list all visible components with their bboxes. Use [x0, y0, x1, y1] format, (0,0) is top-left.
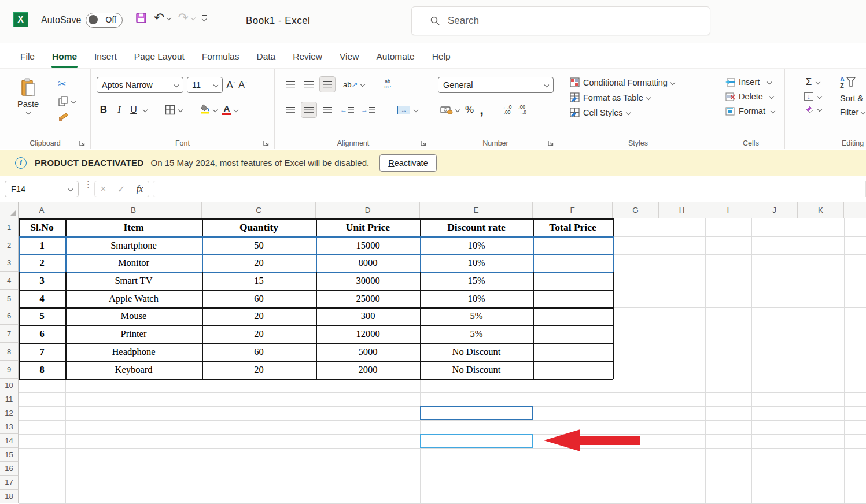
row-header-12[interactable]: 12 [0, 406, 19, 420]
sort-filter-button[interactable]: AZ [840, 76, 856, 89]
autosum-button[interactable]: Σ [804, 76, 821, 88]
wrap-text-button[interactable]: abc↩ [384, 79, 390, 90]
table-cell-A6[interactable]: 5 [19, 307, 65, 325]
align-right-button[interactable] [320, 102, 335, 117]
merge-center-button[interactable]: ↔ [397, 106, 418, 114]
table-cell-D7[interactable]: 12000 [316, 325, 420, 343]
table-cell-B7[interactable]: Printer [65, 325, 202, 343]
row-header-14[interactable]: 14 [0, 434, 19, 448]
row-header-6[interactable]: 6 [0, 307, 19, 325]
bold-button[interactable]: B [98, 104, 109, 116]
row-header-3[interactable]: 3 [0, 254, 19, 272]
tab-page-layout[interactable]: Page Layout [126, 47, 193, 66]
font-color-dropdown-icon[interactable] [234, 108, 238, 112]
redo-button[interactable]: ↷ [178, 12, 194, 24]
orientation-dropdown-icon[interactable] [360, 82, 365, 87]
row-header-10[interactable]: 10 [0, 379, 19, 392]
cell-styles-button[interactable]: Cell Styles [570, 108, 675, 117]
tab-data[interactable]: Data [248, 47, 284, 66]
clear-dropdown-icon[interactable] [817, 107, 822, 112]
accounting-format-button[interactable] [440, 106, 459, 114]
decrease-decimal-button[interactable]: .00→.0 [517, 105, 526, 115]
column-header-F[interactable]: F [533, 202, 613, 218]
customize-quick-access-toolbar-button[interactable] [202, 15, 207, 21]
table-cell-E4[interactable]: 15% [420, 272, 533, 290]
table-cell-F8[interactable] [533, 343, 613, 361]
table-cell-B3[interactable]: Monitor [65, 254, 202, 272]
fill-color-dropdown-icon[interactable] [213, 108, 218, 112]
increase-indent-button[interactable]: → [359, 102, 377, 117]
row-header-4[interactable]: 4 [0, 272, 19, 290]
alignment-dialog-launcher-icon[interactable] [421, 140, 427, 147]
table-cell-B4[interactable]: Smart TV [65, 272, 202, 290]
increase-font-size-button[interactable]: Aˆ [226, 79, 235, 91]
tab-formulas[interactable]: Formulas [193, 47, 248, 66]
italic-button[interactable]: I [115, 104, 124, 116]
name-box-dropdown-icon[interactable] [68, 187, 73, 191]
table-cell-C1[interactable]: Quantity [202, 218, 316, 236]
table-cell-F6[interactable] [533, 307, 613, 325]
clipboard-dialog-launcher-icon[interactable] [79, 140, 86, 147]
delete-cells-button[interactable]: Delete [725, 92, 775, 101]
copy-button[interactable] [58, 96, 75, 106]
row-header-2[interactable]: 2 [0, 236, 19, 254]
autosave-toggle[interactable]: Off [86, 13, 123, 28]
table-cell-A9[interactable]: 8 [19, 361, 65, 379]
middle-align-button[interactable] [301, 77, 316, 92]
table-cell-D1[interactable]: Unit Price [316, 218, 420, 236]
table-cell-A4[interactable]: 3 [19, 272, 65, 290]
font-dialog-launcher-icon[interactable] [263, 140, 270, 147]
column-header-G[interactable]: G [613, 202, 659, 218]
table-cell-D5[interactable]: 25000 [316, 290, 420, 307]
format-painter-button[interactable] [58, 112, 69, 121]
row-header-13[interactable]: 13 [0, 420, 19, 434]
row-header-1[interactable]: 1 [0, 218, 19, 236]
table-cell-C3[interactable]: 20 [202, 254, 316, 272]
table-cell-C8[interactable]: 60 [202, 343, 316, 361]
column-header-C[interactable]: C [202, 202, 316, 218]
column-header-partial[interactable] [844, 202, 866, 218]
table-cell-A1[interactable]: Sl.No [19, 218, 65, 236]
format-cells-button[interactable]: Format [725, 106, 775, 116]
table-cell-A7[interactable]: 6 [19, 325, 65, 343]
table-cell-C9[interactable]: 20 [202, 361, 316, 379]
format-as-table-button[interactable]: Format as Table [570, 92, 675, 102]
row-header-5[interactable]: 5 [0, 290, 19, 307]
autosum-dropdown-icon[interactable] [816, 80, 820, 84]
row-header-15[interactable]: 15 [0, 448, 19, 462]
font-size-combo[interactable]: 11 [187, 77, 223, 93]
table-cell-E6[interactable]: 5% [420, 307, 533, 325]
table-cell-B2[interactable]: Smartphone [65, 236, 202, 254]
table-cell-C6[interactable]: 20 [202, 307, 316, 325]
table-cell-C7[interactable]: 20 [202, 325, 316, 343]
table-cell-B1[interactable]: Item [65, 218, 202, 236]
column-header-D[interactable]: D [316, 202, 420, 218]
percent-style-button[interactable]: % [465, 104, 474, 116]
undo-dropdown-icon[interactable] [167, 16, 171, 20]
select-all-corner[interactable] [0, 202, 19, 218]
align-left-button[interactable] [283, 102, 298, 117]
table-cell-A2[interactable]: 1 [19, 236, 65, 254]
orientation-button[interactable]: ab↗ [343, 80, 364, 89]
row-header-11[interactable]: 11 [0, 392, 19, 406]
column-header-I[interactable]: I [705, 202, 751, 218]
table-cell-D2[interactable]: 15000 [316, 236, 420, 254]
table-cell-D9[interactable]: 2000 [316, 361, 420, 379]
tab-review[interactable]: Review [284, 47, 331, 66]
table-cell-B8[interactable]: Headphone [65, 343, 202, 361]
table-cell-C4[interactable]: 15 [202, 272, 316, 290]
outlined-cell-E14[interactable] [420, 434, 533, 448]
save-button[interactable] [135, 12, 147, 24]
table-cell-D8[interactable]: 5000 [316, 343, 420, 361]
font-color-button[interactable]: A [222, 105, 238, 115]
font-name-combo[interactable]: Aptos Narrow [97, 77, 183, 93]
number-format-combo[interactable]: General [438, 77, 554, 93]
outlined-cell-E12[interactable] [420, 406, 533, 420]
table-cell-E7[interactable]: 5% [420, 325, 533, 343]
table-cell-E3[interactable]: 10% [420, 254, 533, 272]
fill-dropdown-icon[interactable] [817, 94, 822, 99]
accounting-dropdown-icon[interactable] [455, 108, 460, 112]
name-box[interactable]: F14 [5, 181, 79, 197]
table-cell-F5[interactable] [533, 290, 613, 307]
row-header-17[interactable]: 17 [0, 476, 19, 490]
